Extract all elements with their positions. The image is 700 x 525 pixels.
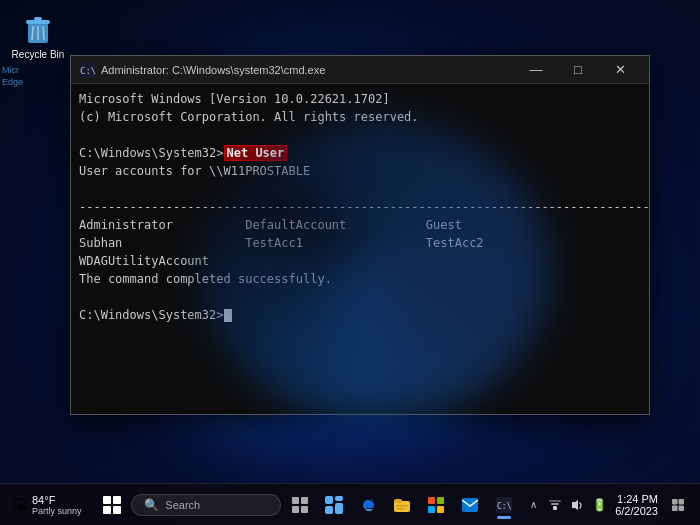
svg-rect-33 — [672, 505, 678, 511]
svg-rect-2 — [34, 17, 42, 21]
weather-desc: Partly sunny — [32, 506, 82, 516]
svg-line-5 — [43, 26, 44, 40]
cmd-output-6: The command completed successfully. — [79, 270, 641, 288]
svg-rect-9 — [301, 497, 308, 504]
svg-marker-29 — [572, 500, 578, 510]
cmd-final-prompt-text: C:\Windows\System32> — [79, 308, 224, 322]
volume-svg — [570, 498, 584, 512]
recycle-bin-label: Recycle Bin — [12, 49, 65, 61]
task-view-button[interactable] — [285, 490, 315, 520]
edge-icon — [359, 496, 377, 514]
cmd-prompt-line: C:\Windows\System32>Net User — [79, 144, 641, 162]
maximize-button[interactable]: □ — [557, 56, 599, 84]
cmd-body[interactable]: Microsoft Windows [Version 10.0.22621.17… — [71, 84, 649, 414]
svg-line-3 — [32, 26, 33, 40]
mail-icon — [461, 497, 479, 513]
svg-rect-23 — [462, 498, 478, 512]
volume-icon[interactable] — [567, 491, 587, 519]
network-icon[interactable] — [545, 491, 565, 519]
cursor — [224, 309, 232, 322]
recycle-bin-icon[interactable]: Recycle Bin — [8, 10, 68, 61]
cmd-line-2: (c) Microsoft Corporation. All rights re… — [79, 108, 641, 126]
task-view-icon — [292, 497, 308, 513]
svg-rect-19 — [428, 497, 435, 504]
cmd-icon: C:\ — [79, 62, 95, 78]
svg-rect-13 — [335, 496, 343, 501]
cmd-output-0: User accounts for \\W11PROSTABLE — [79, 162, 641, 180]
cmd-controls: — □ ✕ — [515, 56, 641, 84]
svg-rect-28 — [549, 500, 561, 502]
svg-rect-27 — [551, 503, 559, 505]
edge-hint: Micr Edge — [2, 65, 67, 87]
search-icon: 🔍 — [144, 498, 159, 512]
explorer-button[interactable] — [387, 490, 417, 520]
svg-rect-14 — [325, 506, 333, 514]
taskbar: 🌤 84°F Partly sunny 🔍 Search — [0, 483, 700, 525]
svg-rect-26 — [553, 506, 557, 510]
recycle-bin-svg — [20, 10, 56, 46]
svg-rect-11 — [301, 506, 308, 513]
svg-rect-20 — [437, 497, 444, 504]
cmd-prompt-prefix: C:\Windows\System32> — [79, 146, 224, 160]
edge-button[interactable] — [353, 490, 383, 520]
store-button[interactable] — [421, 490, 451, 520]
widgets-icon — [325, 496, 343, 514]
taskbar-search[interactable]: 🔍 Search — [131, 494, 281, 516]
clock-time: 1:24 PM — [617, 493, 658, 505]
svg-rect-12 — [325, 496, 333, 504]
svg-rect-8 — [292, 497, 299, 504]
store-icon — [427, 496, 445, 514]
cmd-output-7 — [79, 288, 641, 306]
clock-date: 6/2/2023 — [615, 505, 658, 517]
cmd-taskbar-button[interactable]: C:\ — [489, 490, 519, 520]
cmd-separator: ----------------------------------------… — [79, 198, 641, 216]
cmd-output-4: Subhan TestAcc1 TestAcc2 — [79, 234, 641, 252]
win11-logo — [103, 496, 121, 514]
mail-button[interactable] — [455, 490, 485, 520]
start-button[interactable] — [97, 490, 127, 520]
svg-text:C:\: C:\ — [80, 66, 95, 76]
svg-rect-34 — [679, 505, 685, 511]
svg-rect-32 — [679, 499, 685, 505]
minimize-button[interactable]: — — [515, 56, 557, 84]
network-svg — [548, 498, 562, 512]
taskbar-right: ∧ 🔋 1:24 PM 6/2/202 — [523, 491, 700, 519]
battery-icon[interactable]: 🔋 — [589, 491, 609, 519]
svg-rect-22 — [437, 506, 444, 513]
cmd-final-prompt: C:\Windows\System32> — [79, 306, 641, 324]
cmd-output-1 — [79, 180, 641, 198]
desktop: Recycle Bin Micr Edge C:\ Administrator:… — [0, 0, 700, 525]
svg-rect-31 — [672, 499, 678, 505]
svg-rect-10 — [292, 506, 299, 513]
cmd-line-1: Microsoft Windows [Version 10.0.22621.17… — [79, 90, 641, 108]
cmd-output-3: Administrator DefaultAccount Guest — [79, 216, 641, 234]
cmd-output-5: WDAGUtilityAccount — [79, 252, 641, 270]
notification-icon — [671, 498, 685, 512]
weather-widget[interactable]: 🌤 84°F Partly sunny — [6, 492, 88, 518]
close-button[interactable]: ✕ — [599, 56, 641, 84]
svg-text:C:\: C:\ — [497, 502, 512, 511]
taskbar-clock[interactable]: 1:24 PM 6/2/2023 — [611, 493, 662, 517]
search-text: Search — [165, 499, 200, 511]
svg-rect-15 — [335, 503, 343, 514]
cmd-title-text: Administrator: C:\Windows\system32\cmd.e… — [101, 64, 515, 76]
cmd-taskbar-icon: C:\ — [496, 497, 512, 513]
weather-temp: 84°F — [32, 494, 82, 506]
show-hidden-icons-button[interactable]: ∧ — [523, 491, 543, 519]
widgets-button[interactable] — [319, 490, 349, 520]
svg-rect-18 — [396, 508, 404, 510]
taskbar-left: 🌤 84°F Partly sunny — [0, 492, 94, 518]
taskbar-center: 🔍 Search — [94, 490, 524, 520]
cmd-line-3 — [79, 126, 641, 144]
svg-rect-21 — [428, 506, 435, 513]
cmd-window: C:\ Administrator: C:\Windows\system32\c… — [70, 55, 650, 415]
cmd-titlebar: C:\ Administrator: C:\Windows\system32\c… — [71, 56, 649, 84]
notification-center-button[interactable] — [664, 491, 692, 519]
weather-icon: 🌤 — [12, 496, 28, 514]
cmd-highlighted-command: Net User — [224, 145, 288, 161]
svg-rect-17 — [396, 505, 408, 507]
explorer-icon — [393, 496, 411, 514]
